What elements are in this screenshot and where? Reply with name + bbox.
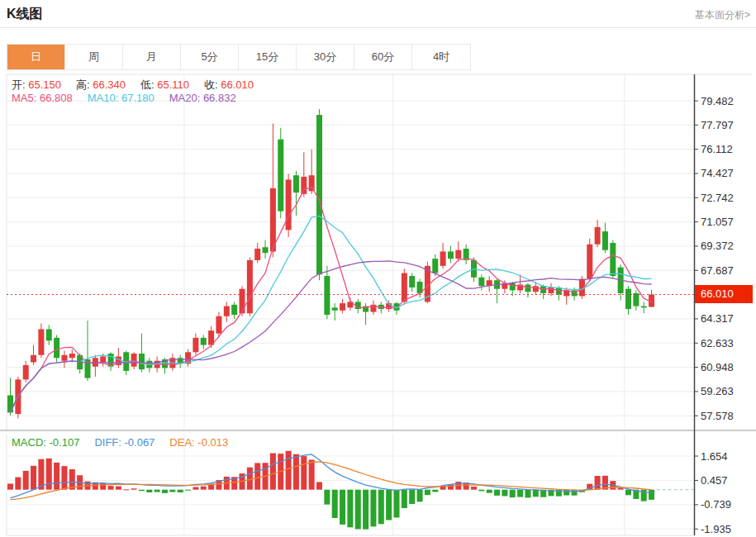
tab-week[interactable]: 周 xyxy=(65,45,123,69)
price-axis-label: 57.578 xyxy=(701,410,734,422)
macd-bar xyxy=(363,490,368,530)
price-axis-label: 69.372 xyxy=(701,240,734,252)
macd-bar xyxy=(332,490,338,518)
candle-body xyxy=(633,293,639,307)
ohlc-item: 收: 66.010 xyxy=(204,78,254,91)
candle-body xyxy=(224,307,230,316)
macd-bar xyxy=(193,487,198,489)
ohlc-item: 低: 65.110 xyxy=(140,78,189,91)
kline-widget: K线图 基本面分析> 日周月5分15分30分60分4时 开: 65.150高: … xyxy=(0,0,756,537)
macd-bar xyxy=(293,454,299,490)
macd-bar xyxy=(123,489,129,490)
macd-bar xyxy=(409,490,415,504)
ohlc-legend: 开: 65.150高: 66.340低: 65.110收: 66.010 xyxy=(12,78,269,93)
macd-bar xyxy=(270,454,276,490)
candle-body xyxy=(46,329,52,340)
macd-bar xyxy=(146,490,152,492)
macd-bar xyxy=(386,490,392,520)
candles-layer xyxy=(7,109,654,418)
ma5-line xyxy=(11,188,652,413)
macd-item: MACD: -0.107 xyxy=(12,436,79,449)
macd-bar xyxy=(517,490,523,497)
tab-15min[interactable]: 15分 xyxy=(239,45,297,69)
macd-bar xyxy=(162,490,168,493)
macd-bar xyxy=(478,490,484,492)
macd-bar xyxy=(324,490,330,505)
candle-body xyxy=(332,307,338,310)
ohlc-item: 高: 66.340 xyxy=(76,78,126,91)
candle-body xyxy=(625,289,631,309)
macd-bar xyxy=(502,490,507,497)
tab-30min[interactable]: 30分 xyxy=(297,45,354,69)
macd-axis-label: -0.739 xyxy=(701,498,731,511)
macd-bar xyxy=(131,488,137,489)
macd-bar xyxy=(169,490,175,492)
price-axis-label: 71.057 xyxy=(701,216,734,228)
candle-body xyxy=(324,276,330,315)
candle-body xyxy=(278,140,283,211)
tab-month[interactable]: 月 xyxy=(123,45,181,69)
macd-bar xyxy=(595,476,601,490)
macd-bar xyxy=(340,490,345,525)
macd-bar xyxy=(286,451,292,490)
macd-axis-label: -1.935 xyxy=(701,523,731,535)
page-title: K线图 xyxy=(7,6,43,23)
candle-body xyxy=(31,355,36,363)
interval-tabbar: 日周月5分15分30分60分4时 xyxy=(7,44,471,70)
candle-body xyxy=(231,305,237,315)
tab-4hour[interactable]: 4时 xyxy=(412,45,470,69)
title-divider xyxy=(0,27,756,28)
current-price-tag: 66.010 xyxy=(695,285,753,303)
kline-chart-canvas[interactable]: 79.48277.79776.11274.42772.74271.05769.3… xyxy=(0,73,756,537)
macd-bar xyxy=(533,490,539,497)
tab-5min[interactable]: 5分 xyxy=(181,45,239,69)
candle-body xyxy=(641,307,647,308)
candle-body xyxy=(270,188,276,252)
macd-bar xyxy=(54,463,59,490)
ma-legend: MA5: 66.808MA10: 67.180MA20: 66.832 xyxy=(12,92,251,104)
candle-body xyxy=(340,303,345,311)
candle-body xyxy=(254,249,260,260)
ohlc-item: 开: 65.150 xyxy=(12,78,61,91)
candle-body xyxy=(61,355,67,361)
macd-bar xyxy=(618,488,624,490)
macd-bar xyxy=(525,490,530,498)
candle-body xyxy=(301,177,307,194)
candle-body xyxy=(216,316,221,334)
macd-item: DIFF: -0.067 xyxy=(94,436,155,449)
ma-item: MA5: 66.808 xyxy=(12,92,73,104)
candle-body xyxy=(510,283,516,291)
macd-bar xyxy=(394,490,400,518)
macd-bar xyxy=(402,490,407,508)
candle-body xyxy=(587,245,592,279)
price-axis-label: 60.948 xyxy=(701,361,734,373)
macd-bar xyxy=(201,487,207,490)
ma-item: MA10: 67.180 xyxy=(88,92,155,104)
macd-bar xyxy=(139,490,145,492)
ma20-line xyxy=(11,261,652,413)
macd-bar xyxy=(31,466,36,490)
price-axis-label: 64.317 xyxy=(701,312,734,325)
fundamental-analysis-link[interactable]: 基本面分析> xyxy=(695,8,750,22)
candle-body xyxy=(409,276,415,288)
ma-item: MA20: 66.832 xyxy=(169,92,236,104)
macd-bar xyxy=(23,471,29,490)
macd-bar xyxy=(347,490,353,528)
tab-day[interactable]: 日 xyxy=(7,45,65,69)
candle-body xyxy=(316,115,322,274)
candle-body xyxy=(247,260,253,313)
macd-bar xyxy=(46,459,52,490)
candle-body xyxy=(432,259,438,273)
price-axis-label: 79.482 xyxy=(701,95,734,107)
candle-body xyxy=(38,329,44,354)
price-axis-label: 67.687 xyxy=(701,264,734,277)
macd-legend: MACD: -0.107DIFF: -0.067DEA: -0.013 xyxy=(12,436,243,449)
candle-body xyxy=(602,231,608,250)
macd-layer xyxy=(7,451,654,530)
macd-bar xyxy=(417,490,423,502)
diff-line xyxy=(11,454,652,498)
macd-item: DEA: -0.013 xyxy=(169,436,228,449)
tab-60min[interactable]: 60分 xyxy=(354,45,412,69)
candle-body xyxy=(610,243,616,276)
candle-body xyxy=(54,338,59,358)
